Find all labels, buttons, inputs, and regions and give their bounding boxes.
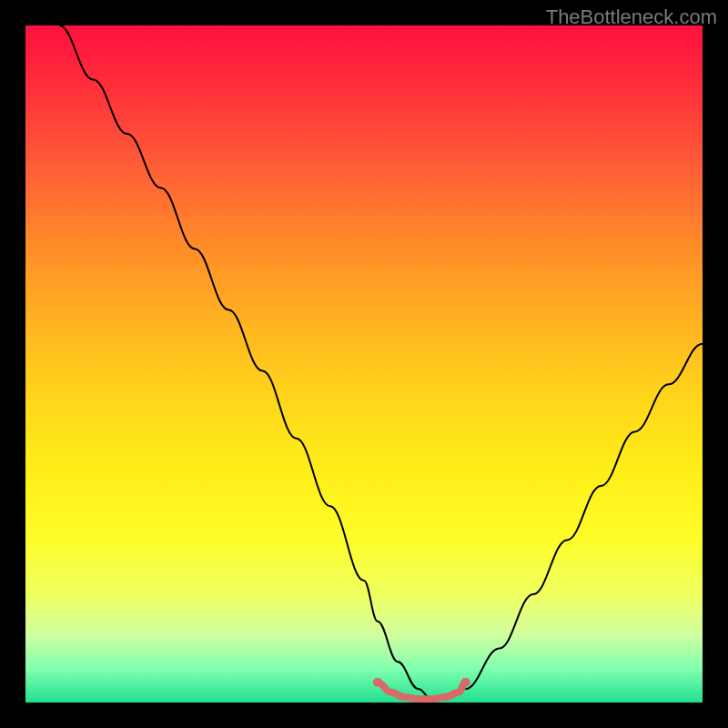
chart-plot-area [25, 25, 703, 703]
bottleneck-curve-line [59, 25, 703, 699]
minimum-right-dot [461, 678, 470, 687]
watermark-text: TheBottleneck.com [546, 5, 717, 29]
chart-svg [25, 25, 703, 703]
minimum-left-dot [373, 678, 382, 687]
